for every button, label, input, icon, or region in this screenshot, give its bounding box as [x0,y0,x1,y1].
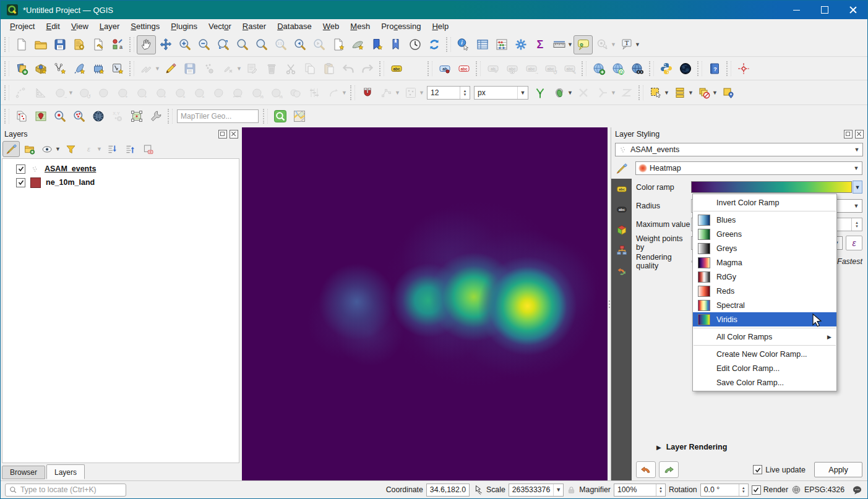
magnifier-spinbox[interactable]: 100% ▲▼ [614,484,666,497]
toolbar-drag-handle[interactable] [379,61,384,76]
deselect-features[interactable] [694,83,713,102]
locate-input[interactable]: Type to locate (Ctrl+K) [5,484,126,497]
menu-item-blues[interactable]: Blues [693,213,836,227]
globe-plugin[interactable] [676,59,695,78]
reshape-features[interactable] [208,83,228,102]
advanced-digitizing-panel[interactable] [31,83,50,102]
menu-item-invert-color-ramp[interactable]: Invert Color Ramp [693,195,836,210]
add-ring[interactable]: + [113,83,132,102]
remove-layer[interactable] [139,141,157,157]
layer-visibility-checkbox[interactable] [16,164,25,174]
redo[interactable] [358,59,377,78]
menu-raster[interactable]: Raster [237,20,272,32]
new-geopackage-layer[interactable] [31,59,50,78]
add-web-service[interactable] [589,59,608,78]
show-hide-labels[interactable]: abc [502,59,522,78]
split-features[interactable]: % [247,83,266,102]
tab-masks[interactable]: abc [611,199,632,220]
maximize-button[interactable] [810,1,839,19]
toolbar-drag-handle[interactable] [4,61,9,76]
dock-tab-layers[interactable]: Layers [46,464,85,479]
coordinate-input[interactable]: 34.6,182.0 [426,484,470,497]
align-features[interactable] [304,83,324,102]
snapping-tolerance-spinner[interactable]: ▲▼ [460,87,470,99]
filter-by-expression[interactable]: ε [80,141,97,157]
toolbar-drag-handle[interactable] [350,85,355,100]
expand-all[interactable] [103,141,121,157]
help-contents[interactable]: ? [705,59,724,78]
toolbar-drag-handle[interactable] [4,85,9,100]
enable-snapping[interactable] [358,83,377,102]
measure-dropdown[interactable]: ▼ [567,41,573,48]
new-3d-map-view[interactable] [348,35,367,54]
temporal-controller[interactable] [405,35,424,54]
current-edits-dropdown[interactable]: ▼ [155,66,160,72]
copy-features[interactable] [300,59,319,78]
menu-mesh[interactable]: Mesh [345,20,376,32]
message-log-icon[interactable] [851,485,863,495]
python-console[interactable] [656,59,676,78]
deselect-features-dropdown[interactable]: ▼ [712,90,718,96]
styling-panel-float-button[interactable] [844,130,853,139]
maptiler-search[interactable]: MapTiler Geo... [177,109,259,123]
snapping-unit[interactable]: px▼ [474,86,528,100]
new-virtual-layer[interactable] [88,59,108,78]
tab-history[interactable] [611,260,632,281]
toolbar-drag-handle[interactable] [129,61,134,76]
new-annotation-dropdown[interactable]: ▼ [611,41,616,48]
zoom-out[interactable] [194,35,213,54]
style-dock-toggle[interactable]: a [108,35,127,54]
refresh-map[interactable] [424,35,444,54]
map-tips[interactable] [574,35,593,54]
color-ramp-dropdown-button[interactable]: ▼ [853,181,862,194]
web-search[interactable] [627,59,647,78]
menu-project[interactable]: Project [4,20,40,32]
toolbar-drag-handle[interactable] [582,61,587,76]
processing-toolbox[interactable] [511,35,530,54]
tab-labels[interactable]: abc [611,179,632,199]
show-statistics[interactable]: Σ [530,35,549,54]
text-annotation[interactable]: T [617,35,636,54]
tab-3d-view[interactable] [611,220,632,240]
tab-diagrams[interactable] [611,240,632,260]
offset-curve[interactable] [228,83,247,102]
save-project[interactable] [50,35,69,54]
zoom-to-layer[interactable] [252,35,271,54]
globe-icon[interactable] [791,485,801,495]
toolbar-drag-handle[interactable] [4,109,9,124]
save-layer-edits[interactable] [180,59,199,78]
filter-by-expression-dropdown[interactable]: ▼ [97,146,102,152]
tracking-icon[interactable] [473,485,483,495]
toolbar-drag-handle[interactable] [697,61,702,76]
advanced-digitizing[interactable] [218,59,238,78]
toolbar-drag-handle[interactable] [129,37,134,52]
style-redo-button[interactable] [659,461,679,478]
expression-builder-button[interactable]: ε [846,236,862,250]
crs-indicator[interactable]: EPSG:4326 [804,485,844,494]
change-label-properties[interactable]: abc✎ [560,59,579,78]
menu-item-all-color-ramps[interactable]: All Color Ramps▶ [693,330,836,344]
split-parts[interactable]: % [266,83,285,102]
snapping-tolerance[interactable]: 12▲▼ [427,86,470,100]
geocoding-search[interactable] [270,107,290,126]
open-attribute-table[interactable] [473,35,492,54]
toolbar-drag-handle[interactable] [428,61,432,76]
dock-tab-browser[interactable]: Browser [2,466,45,479]
undo[interactable] [338,59,358,78]
metasearch-catalog[interactable]: Q [608,59,627,78]
snapping-type[interactable] [401,83,420,102]
delete-ring[interactable]: × [170,83,189,102]
snapping-modes[interactable] [377,83,396,102]
enable-tracing[interactable] [530,83,549,102]
map-canvas[interactable] [242,127,608,480]
layers-panel-close-button[interactable] [230,130,238,139]
layer-item-asam_events[interactable]: ASAM_events [2,162,239,176]
menu-settings[interactable]: Settings [125,20,165,32]
color-ramp-bar[interactable] [691,181,852,193]
move-label[interactable]: ab [483,59,502,78]
layout-manager[interactable] [88,35,108,54]
coordinate-conversion[interactable]: X,Y [108,107,127,126]
highlight-pinned-labels[interactable]: abc [454,59,473,78]
style-manager[interactable] [69,35,88,54]
render-checkbox[interactable] [752,485,761,495]
